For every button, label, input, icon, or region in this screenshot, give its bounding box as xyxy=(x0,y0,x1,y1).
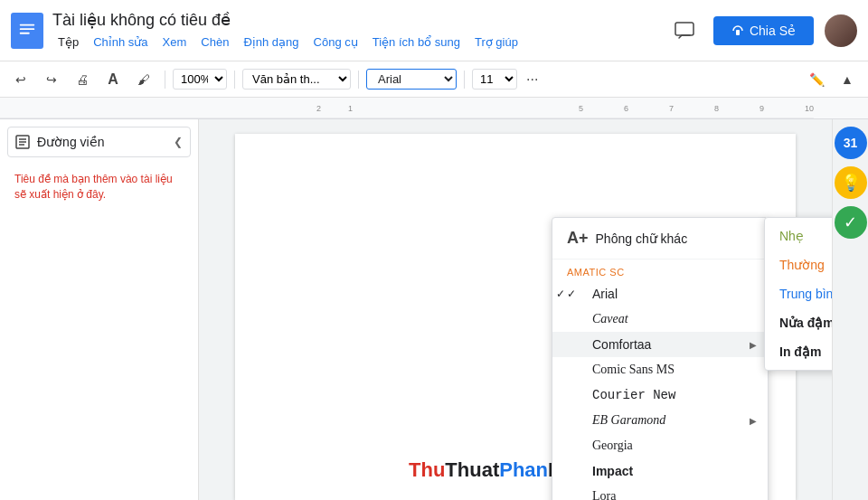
font-item-courier[interactable]: Courier New xyxy=(552,382,768,408)
submenu-item-bold[interactable]: In đậm xyxy=(765,337,832,366)
outline-icon xyxy=(15,135,30,149)
right-sidebar: 31 💡 ✓ xyxy=(832,119,868,500)
toolbar-separator-2 xyxy=(234,71,235,89)
calendar-icon[interactable]: 31 xyxy=(835,127,867,159)
zoom-select[interactable]: 100% xyxy=(173,69,227,90)
font-submenu: Nhẹ Thường Trung bình Nửa đậm In đậm xyxy=(764,217,832,371)
font-name-impact: Impact xyxy=(592,464,633,478)
menu-format[interactable]: Định dạng xyxy=(238,33,304,51)
font-dropdown: A+ Phông chữ khác AMATIC SC ✓ Arial Cave… xyxy=(552,217,769,500)
svg-rect-1 xyxy=(675,23,693,35)
submenu-item-semibold[interactable]: Nửa đậm xyxy=(765,308,832,337)
sidebar: Đường viền ❮ Tiêu đề mà bạn thêm vào tài… xyxy=(0,119,199,500)
pencil-button[interactable]: ✏️ xyxy=(803,67,830,92)
svg-rect-0 xyxy=(17,18,37,43)
submenu-item-regular[interactable]: Thường xyxy=(765,250,832,279)
sidebar-title: Đường viền xyxy=(37,135,104,149)
font-item-georgia[interactable]: Georgia xyxy=(552,433,768,458)
svg-text:2: 2 xyxy=(316,104,321,113)
svg-text:9: 9 xyxy=(760,104,764,113)
font-item-garamond[interactable]: EB Garamond xyxy=(552,408,768,433)
redo-button[interactable]: ↪ xyxy=(38,67,65,92)
font-name-arial: Arial xyxy=(592,287,618,301)
font-item-comfortaa[interactable]: Comfortaa xyxy=(552,332,768,357)
font-name-garamond: EB Garamond xyxy=(592,413,665,428)
font-name-comfortaa: Comfortaa xyxy=(592,337,651,352)
ruler-inner: 2 1 5 6 7 8 9 10 xyxy=(0,98,868,118)
undo-button[interactable]: ↩ xyxy=(7,67,34,92)
svg-text:10: 10 xyxy=(805,104,814,113)
document-area[interactable]: ThuThuatPhanMem.vn A+ Phông chữ khác AMA… xyxy=(199,119,832,500)
toolbar-separator-4 xyxy=(464,71,465,89)
avatar[interactable] xyxy=(825,14,857,47)
add-fonts-icon: A+ xyxy=(567,229,589,248)
menu-tools[interactable]: Công cụ xyxy=(308,33,363,51)
sidebar-subtitle: Tiêu đề mà bạn thêm vào tài liệu sẽ xuất… xyxy=(7,165,191,210)
font-item-impact[interactable]: Impact xyxy=(552,458,768,484)
font-name-comic: Comic Sans MS xyxy=(592,363,675,377)
sidebar-title-row: Đường viền xyxy=(15,135,104,149)
format-button[interactable]: A xyxy=(99,67,127,92)
font-item-caveat[interactable]: Caveat xyxy=(552,307,768,332)
ruler: 2 1 5 6 7 8 9 10 xyxy=(0,98,868,119)
font-item-arial[interactable]: ✓ Arial xyxy=(552,281,768,307)
submenu-item-light[interactable]: Nhẹ xyxy=(765,222,832,250)
font-select[interactable]: Arial xyxy=(366,69,457,90)
check-circle-icon[interactable]: ✓ xyxy=(835,206,867,239)
svg-text:7: 7 xyxy=(669,104,674,113)
main-area: Đường viền ❮ Tiêu đề mà bạn thêm vào tài… xyxy=(0,119,868,500)
style-select[interactable]: Văn bản th... xyxy=(242,69,351,90)
comment-icon[interactable] xyxy=(666,13,703,49)
menu-view[interactable]: Xem xyxy=(157,33,193,51)
menu-edit[interactable]: Chỉnh sửa xyxy=(88,33,153,51)
header: Tài liệu không có tiêu đề Tệp Chỉnh sửa … xyxy=(0,0,868,61)
font-name-courier: Courier New xyxy=(592,388,675,402)
svg-text:8: 8 xyxy=(714,104,719,113)
font-item-comic[interactable]: Comic Sans MS xyxy=(552,357,768,382)
more-options-button[interactable]: ··· xyxy=(521,70,543,90)
svg-text:6: 6 xyxy=(624,104,628,113)
header-center: Tài liệu không có tiêu đề Tệp Chỉnh sửa … xyxy=(52,10,666,51)
font-section-label: AMATIC SC xyxy=(552,259,768,281)
header-right: Chia Sẻ xyxy=(666,13,857,49)
toolbar-separator-1 xyxy=(165,71,165,89)
share-button[interactable]: Chia Sẻ xyxy=(713,16,814,45)
menu-addons[interactable]: Tiện ích bổ sung xyxy=(367,33,466,51)
menu-file[interactable]: Tệp xyxy=(52,33,84,51)
svg-text:1: 1 xyxy=(348,104,353,113)
svg-rect-2 xyxy=(736,30,740,35)
menu-bar: Tệp Chỉnh sửa Xem Chèn Định dạng Công cụ… xyxy=(52,33,666,51)
font-item-lora[interactable]: Lora xyxy=(552,484,768,500)
sidebar-chevron[interactable]: ❮ xyxy=(174,136,183,148)
doc-title[interactable]: Tài liệu không có tiêu đề xyxy=(52,10,666,30)
svg-text:5: 5 xyxy=(579,104,583,113)
font-name-georgia: Georgia xyxy=(592,439,633,453)
font-name-caveat: Caveat xyxy=(592,312,628,326)
size-select[interactable]: 11 xyxy=(472,69,517,90)
toolbar-separator-3 xyxy=(358,71,359,89)
submenu-item-medium[interactable]: Trung bình xyxy=(765,279,832,308)
sidebar-header: Đường viền ❮ xyxy=(7,127,191,157)
font-name-lora: Lora xyxy=(592,489,616,500)
print-button[interactable]: 🖨 xyxy=(69,67,96,92)
menu-help[interactable]: Trợ giúp xyxy=(469,33,524,51)
add-fonts-button[interactable]: A+ Phông chữ khác xyxy=(552,218,768,259)
collapse-button[interactable]: ▲ xyxy=(834,67,861,92)
check-icon: ✓ xyxy=(567,288,585,300)
bulb-icon[interactable]: 💡 xyxy=(835,166,867,199)
toolbar: ↩ ↪ 🖨 A 🖌 100% Văn bản th... Arial 11 ··… xyxy=(0,61,868,98)
add-fonts-label: Phông chữ khác xyxy=(596,231,688,246)
menu-insert[interactable]: Chèn xyxy=(195,33,234,51)
doc-icon xyxy=(11,13,43,49)
paint-button[interactable]: 🖌 xyxy=(130,67,157,92)
